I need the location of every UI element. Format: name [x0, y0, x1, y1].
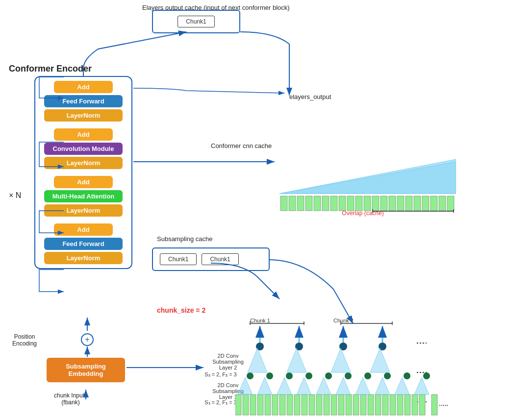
conformer-title: Conformer Encoder: [9, 64, 92, 74]
triangle-connections-2: [243, 348, 444, 375]
add-row-4: Add: [39, 223, 127, 236]
svg-rect-71: [331, 395, 337, 415]
subsampling-cache-label: Subsampling cache: [157, 235, 212, 243]
svg-rect-73: [346, 395, 352, 415]
svg-marker-89: [370, 348, 390, 372]
overlap-label: Overlap (cache): [314, 210, 412, 217]
feed-forward-box-2: Feed Forward: [44, 238, 123, 250]
conv-box: Convolution Module: [44, 143, 123, 155]
elayers-output-label: elayers_output: [289, 93, 331, 100]
svg-rect-6: [314, 196, 321, 211]
feed-forward-box-1: Feed Forward: [44, 95, 123, 107]
svg-rect-62: [265, 395, 271, 415]
svg-rect-7: [322, 196, 329, 211]
ln-row-3: LayerNorm: [39, 204, 127, 217]
ff-row-1: Feed Forward: [39, 95, 127, 107]
ff-row-2: Feed Forward: [39, 238, 127, 250]
add-row-1: Add: [39, 81, 127, 93]
svg-rect-67: [302, 395, 307, 415]
add-box-2: Add: [54, 128, 113, 141]
layernorm-box-4: LayerNorm: [44, 252, 123, 264]
layernorm-box-1: LayerNorm: [44, 109, 123, 122]
svg-rect-72: [338, 395, 344, 415]
plus-circle: +: [81, 333, 94, 346]
svg-rect-69: [316, 395, 322, 415]
chunk-size-label: chunk_size = 2: [157, 306, 205, 314]
svg-rect-76: [368, 395, 374, 415]
elayers-cache-box: Chunk1: [152, 10, 240, 33]
svg-rect-5: [305, 196, 312, 211]
svg-marker-96: [355, 377, 370, 395]
svg-rect-66: [294, 395, 300, 415]
svg-rect-14: [380, 196, 387, 211]
svg-marker-88: [331, 348, 351, 372]
svg-marker-93: [297, 377, 311, 395]
triangle-connections-1: [235, 377, 444, 396]
pos-encoding-label: PositionEncoding: [5, 333, 44, 347]
ln-row-1: LayerNorm: [39, 109, 127, 122]
encoder-block: Add Feed Forward LayerNorm Add Convoluti…: [34, 76, 132, 269]
svg-rect-16: [397, 196, 404, 211]
svg-marker-99: [414, 377, 429, 395]
subsampling-cache-box: Chunk1 Chunk1: [152, 247, 270, 271]
svg-marker-98: [395, 377, 409, 395]
svg-text:.....: .....: [439, 399, 448, 407]
svg-marker-92: [277, 377, 292, 395]
svg-marker-1: [279, 162, 456, 194]
svg-rect-15: [389, 196, 396, 211]
svg-rect-13: [372, 196, 379, 211]
sub-cache-chunk1: Chunk1: [160, 253, 197, 265]
chunk1-label: Chunk 1: [250, 318, 270, 323]
elayers-chunk-box: Chunk1: [177, 16, 214, 27]
mha-box: Multi-Head Attention: [44, 190, 123, 202]
svg-rect-22: [447, 196, 454, 211]
svg-rect-2: [280, 196, 287, 211]
layernorm-box-2: LayerNorm: [44, 157, 123, 169]
diagram-container: Conformer Encoder × N PositionEncoding c…: [0, 0, 507, 420]
ln-row-4: LayerNorm: [39, 252, 127, 264]
svg-rect-17: [406, 196, 412, 211]
svg-rect-78: [382, 395, 388, 415]
svg-marker-97: [375, 377, 390, 395]
svg-rect-68: [309, 395, 315, 415]
svg-rect-64: [279, 395, 285, 415]
svg-rect-79: [390, 395, 396, 415]
mha-row: Multi-Head Attention: [39, 190, 127, 202]
svg-marker-91: [257, 377, 272, 395]
svg-rect-77: [375, 395, 381, 415]
add-box-1: Add: [54, 81, 113, 93]
sub-cache-chunk2: Chunk1: [202, 253, 238, 265]
add-box-3: Add: [54, 176, 113, 188]
svg-marker-87: [287, 348, 306, 372]
cnn-cache-visual: [279, 154, 456, 213]
svg-rect-70: [324, 395, 330, 415]
svg-rect-84: [431, 395, 437, 415]
svg-rect-75: [360, 395, 366, 415]
svg-rect-18: [414, 196, 421, 211]
chunk-inputs-label: chunk Inputs(fbank): [54, 392, 87, 406]
svg-marker-90: [238, 377, 253, 395]
svg-rect-81: [405, 395, 410, 415]
svg-rect-21: [439, 196, 446, 211]
svg-rect-61: [257, 395, 263, 415]
conv-row: Convolution Module: [39, 143, 127, 155]
svg-marker-95: [336, 377, 351, 395]
svg-rect-11: [355, 196, 362, 211]
add-row-2: Add: [39, 128, 127, 141]
svg-rect-58: [235, 395, 241, 415]
add-row-3: Add: [39, 176, 127, 188]
ln-row-2: LayerNorm: [39, 157, 127, 169]
chunk2-label: Chunk 2: [333, 318, 354, 323]
svg-rect-10: [347, 196, 354, 211]
svg-rect-12: [364, 196, 371, 211]
add-box-4: Add: [54, 223, 113, 236]
svg-rect-82: [412, 395, 418, 415]
subsampling-embedding-container: Subsampling Embedding: [47, 358, 125, 382]
svg-marker-94: [316, 377, 331, 395]
svg-rect-80: [397, 395, 403, 415]
svg-rect-65: [287, 395, 293, 415]
n-label: × N: [9, 191, 21, 200]
svg-marker-86: [248, 348, 267, 372]
svg-rect-60: [250, 395, 256, 415]
layernorm-box-3: LayerNorm: [44, 204, 123, 217]
